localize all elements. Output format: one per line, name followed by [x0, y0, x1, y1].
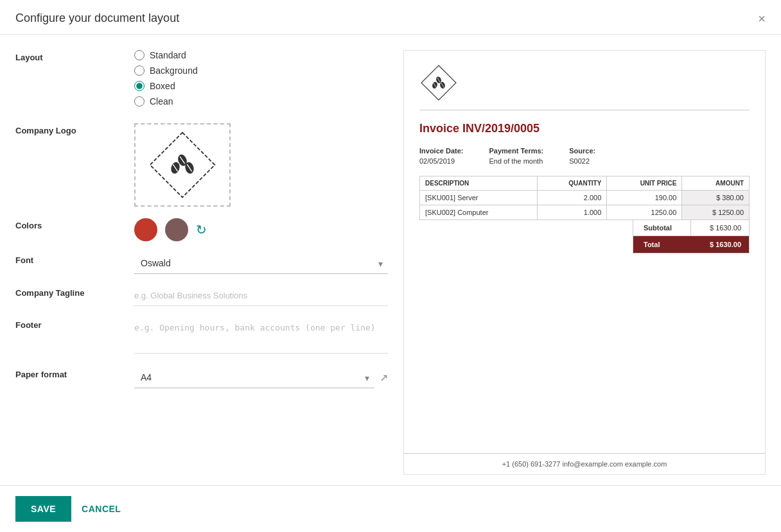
layout-label-boxed: Boxed: [150, 81, 175, 91]
preview-logo-icon: [419, 64, 458, 102]
preview-logo-area: [419, 64, 750, 102]
col-unit-price: UNIT PRICE: [607, 176, 682, 191]
row2-description: [SKU002] Computer: [420, 205, 538, 220]
source-value: S0022: [569, 157, 590, 165]
preview-footer-contact: +1 (650) 691-3277 info@example.com examp…: [502, 460, 667, 468]
row1-description: [SKU001] Server: [420, 191, 538, 205]
dialog-footer: SAVE CANCEL: [0, 485, 781, 532]
company-logo-controls: [134, 123, 388, 207]
preview-meta: Invoice Date: 02/05/2019 Payment Terms: …: [419, 147, 750, 166]
close-button[interactable]: ×: [758, 12, 766, 25]
preview-footer: +1 (650) 691-3277 info@example.com examp…: [404, 453, 765, 474]
font-controls: Oswald Roboto Arial Lato: [134, 253, 388, 274]
company-logo-row: Company Logo: [15, 123, 388, 207]
layout-radio-background[interactable]: [134, 65, 145, 76]
col-amount: AMOUNT: [682, 176, 750, 191]
layout-row: Layout Standard Background Boxed: [15, 50, 388, 112]
payment-terms-label: Payment Terms:: [489, 147, 543, 155]
preview-invoice-title: Invoice INV/2019/0005: [419, 122, 750, 135]
tagline-label: Company Tagline: [15, 286, 134, 298]
secondary-color-swatch[interactable]: [165, 218, 188, 241]
tagline-row: Company Tagline: [15, 286, 388, 306]
font-row: Font Oswald Roboto Arial Lato: [15, 253, 388, 274]
layout-option-clean[interactable]: Clean: [134, 96, 388, 107]
colors-label: Colors: [15, 218, 134, 230]
tagline-input[interactable]: [134, 286, 388, 306]
col-description: DESCRIPTION: [420, 176, 538, 191]
left-panel: Layout Standard Background Boxed: [15, 50, 388, 475]
subtotal-label: Subtotal: [633, 220, 691, 236]
layout-radio-clean[interactable]: [134, 96, 145, 107]
cancel-button[interactable]: CANCEL: [82, 504, 121, 514]
row2-quantity: 1.000: [538, 205, 607, 220]
dialog-title: Configure your document layout: [15, 12, 179, 25]
layout-options: Standard Background Boxed Clean: [134, 50, 388, 112]
preview-payment-terms: Payment Terms: End of the month: [489, 147, 543, 166]
colors-swatches: ↻: [134, 218, 388, 241]
invoice-date-label: Invoice Date:: [419, 147, 463, 155]
colors-controls: ↻: [134, 218, 388, 241]
paper-format-label: Paper format: [15, 367, 134, 379]
paper-format-row: Paper format A4 Letter Legal ↗: [15, 367, 388, 388]
footer-row: Footer: [15, 318, 388, 356]
paper-format-controls: A4 Letter Legal ↗: [134, 367, 388, 388]
subtotal-value: $ 1630.00: [691, 220, 749, 236]
footer-label: Footer: [15, 318, 134, 330]
subtotal-row: Subtotal $ 1630.00: [633, 220, 750, 236]
total-value: $ 1630.00: [691, 236, 749, 253]
layout-option-standard[interactable]: Standard: [134, 50, 388, 60]
footer-controls: [134, 318, 388, 356]
layout-label-standard: Standard: [150, 50, 186, 60]
layout-label-clean: Clean: [150, 96, 173, 107]
dialog-header: Configure your document layout ×: [0, 0, 781, 35]
layout-option-background[interactable]: Background: [134, 65, 388, 76]
configure-layout-dialog: Configure your document layout × Layout …: [0, 0, 781, 532]
font-label: Font: [15, 253, 134, 265]
subtotal-box: Subtotal $ 1630.00: [633, 220, 750, 236]
row1-quantity: 2.000: [538, 191, 607, 205]
tagline-controls: [134, 286, 388, 306]
font-select-wrapper: Oswald Roboto Arial Lato: [134, 253, 388, 274]
primary-color-swatch[interactable]: [134, 218, 157, 241]
table-row: [SKU002] Computer 1.000 1250.00 $ 1250.0…: [420, 205, 750, 220]
table-header-row: DESCRIPTION QUANTITY UNIT PRICE AMOUNT: [420, 176, 750, 191]
preview-inner: Invoice INV/2019/0005 Invoice Date: 02/0…: [404, 51, 765, 453]
layout-radio-boxed[interactable]: [134, 81, 145, 91]
layout-radio-standard[interactable]: [134, 50, 145, 60]
paper-format-select[interactable]: A4 Letter Legal: [134, 367, 374, 388]
total-box: Total $ 1630.00: [633, 236, 750, 253]
total-row: Total $ 1630.00: [633, 236, 750, 253]
paper-select-wrapper: A4 Letter Legal: [134, 367, 374, 388]
payment-terms-value: End of the month: [489, 157, 543, 165]
preview-table: DESCRIPTION QUANTITY UNIT PRICE AMOUNT […: [419, 176, 750, 220]
layout-label-background: Background: [150, 65, 198, 76]
preview-panel: Invoice INV/2019/0005 Invoice Date: 02/0…: [403, 50, 766, 475]
layout-option-boxed[interactable]: Boxed: [134, 81, 388, 91]
table-row: [SKU001] Server 2.000 190.00 $ 380.00: [420, 191, 750, 205]
colors-row: Colors ↻: [15, 218, 388, 241]
logo-diamond-icon: [147, 130, 218, 200]
font-select[interactable]: Oswald Roboto Arial Lato: [134, 253, 388, 274]
layout-label: Layout: [15, 50, 134, 62]
footer-input[interactable]: [134, 318, 388, 354]
preview-invoice-date: Invoice Date: 02/05/2019: [419, 147, 463, 166]
preview-source: Source: S0022: [569, 147, 595, 166]
refresh-colors-icon[interactable]: ↻: [196, 222, 207, 237]
logo-upload-area[interactable]: [134, 123, 231, 207]
save-button[interactable]: SAVE: [15, 496, 71, 522]
invoice-date-value: 02/05/2019: [419, 157, 455, 165]
dialog-body: Layout Standard Background Boxed: [0, 35, 781, 475]
row2-unit-price: 1250.00: [607, 205, 682, 220]
source-label: Source:: [569, 147, 595, 155]
row2-amount: $ 1250.00: [682, 205, 750, 220]
col-quantity: QUANTITY: [538, 176, 607, 191]
row1-amount: $ 380.00: [682, 191, 750, 205]
preview-header-divider: [419, 110, 750, 110]
row1-unit-price: 190.00: [607, 191, 682, 205]
company-logo-label: Company Logo: [15, 123, 134, 135]
total-label: Total: [633, 236, 691, 253]
paper-format-row-inner: A4 Letter Legal ↗: [134, 367, 388, 388]
external-link-icon[interactable]: ↗: [380, 372, 388, 384]
totals-section: Subtotal $ 1630.00 Total $ 1630.00: [419, 220, 750, 253]
